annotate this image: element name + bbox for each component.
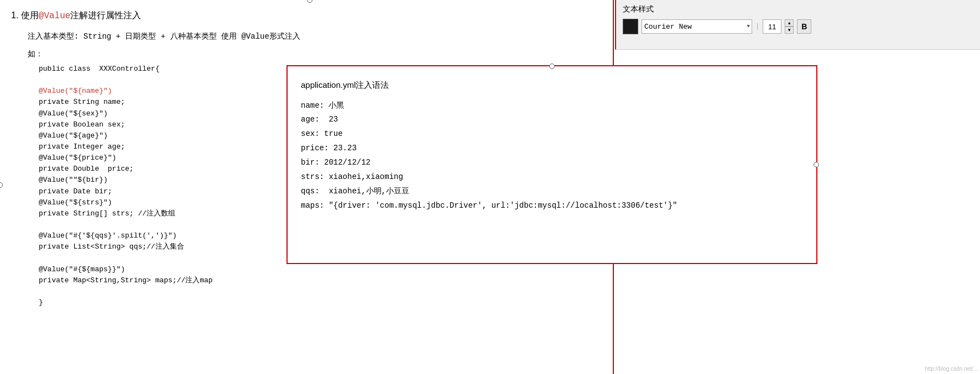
popup-title: application.yml注入语法 [301, 77, 803, 93]
heading-suffix: 注解进行属性注入 [70, 10, 141, 20]
code-line-blank-4 [39, 286, 602, 297]
heading-prefix: 1. 使用 [11, 10, 39, 20]
ru-label: 如： [11, 49, 602, 59]
popup-line-4: bir: 2012/12/12 [301, 156, 803, 170]
font-size-down[interactable]: ▼ [785, 27, 794, 34]
sub-text-content: 注入基本类型: String + 日期类型 + 八种基本类型 使用 @Value… [28, 32, 300, 41]
popup-line-3: price: 23.23 [301, 141, 803, 156]
color-picker[interactable] [623, 19, 638, 34]
font-size-up[interactable]: ▲ [785, 19, 794, 27]
text-style-panel: 文本样式 Courier New | ▲ ▼ B [615, 0, 980, 50]
font-size-input[interactable] [763, 19, 781, 34]
font-select-wrapper: Courier New [642, 19, 752, 34]
popup-line-2: sex: true [301, 127, 803, 141]
heading-1: 1. 使用@Value注解进行属性注入 [11, 10, 602, 22]
code-line-18: } [39, 297, 602, 308]
code-line-17: private Map<String,String> maps;//注入map [39, 275, 602, 286]
panel-title: 文本样式 [623, 4, 654, 14]
panel-controls: Courier New | ▲ ▼ B [623, 19, 811, 34]
left-edge-handle[interactable] [0, 182, 3, 188]
popup-overlay: application.yml注入语法 name: 小黑 age: 23 sex… [286, 65, 817, 264]
popup-top-handle[interactable] [549, 64, 555, 69]
popup-line-6: qqs: xiaohei,小明,小豆豆 [301, 185, 803, 199]
watermark: http://blog.csdn.net/... [925, 366, 978, 372]
popup-line-0: name: 小黑 [301, 99, 803, 113]
popup-line-5: strs: xiaohei,xiaoming [301, 170, 803, 185]
code-line-16: @Value("#{${maps}}") [39, 264, 602, 275]
popup-line-7: maps: "{driver: 'com.mysql.jdbc.Driver',… [301, 199, 803, 213]
bold-button[interactable]: B [797, 19, 811, 34]
popup-line-1: age: 23 [301, 113, 803, 127]
sub-text: 注入基本类型: String + 日期类型 + 八种基本类型 使用 @Value… [11, 31, 602, 41]
font-size-spinner: ▲ ▼ [785, 19, 794, 34]
top-handle[interactable] [307, 0, 312, 3]
font-select[interactable]: Courier New [642, 19, 752, 34]
popup-right-handle[interactable] [814, 162, 819, 167]
at-value-heading: @Value [39, 11, 71, 21]
separator-1: | [755, 23, 759, 30]
